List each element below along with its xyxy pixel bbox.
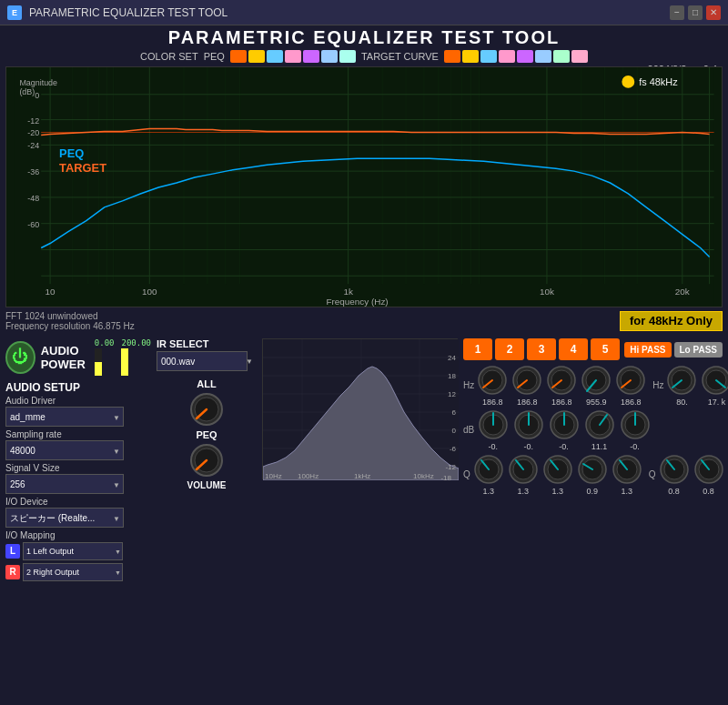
band-4-button[interactable]: 4 [559,338,588,360]
band-2-q-knob[interactable] [507,453,540,486]
band-5-hz-knob[interactable] [614,364,647,397]
band-3-db-col: -0. [547,408,581,451]
svg-text:1kHz: 1kHz [354,472,370,480]
band-2-button[interactable]: 2 [495,338,524,360]
band-1-q-knob[interactable] [472,453,505,486]
left-output-select[interactable]: 1 Left Output [23,542,123,560]
band-1-button[interactable]: 1 [463,338,492,360]
signal-v-select[interactable]: 256 [5,474,124,494]
band-2-hz-knob[interactable] [511,364,543,397]
db-row-label: dB [463,425,474,435]
hz-row-label-2: Hz [652,380,663,390]
svg-text:10Hz: 10Hz [265,472,282,480]
peq-color-label: PEQ [204,51,225,62]
target-swatch-3[interactable] [480,50,497,63]
target-swatch-4[interactable] [499,50,515,63]
band-1-q-col: 1.3 [472,453,505,496]
peq-swatch-5[interactable] [303,50,319,63]
band-5-db-value: -0. [630,442,640,451]
io-device-dropdown-wrapper: スピーカー (Realte... [5,508,124,530]
band-3-hz-knob[interactable] [545,364,578,397]
hipass-q-knob[interactable] [658,453,691,486]
power-button[interactable]: ⏻ [5,341,35,374]
app-icon: E [7,5,22,20]
minimize-button[interactable]: − [670,5,684,20]
band-4-db-knob[interactable] [583,408,616,441]
target-swatch-7[interactable] [553,50,570,63]
band-5-hz-col: 186.8 [614,364,647,407]
peg-knob[interactable] [188,442,225,478]
band-4-q-value: 0.9 [587,487,599,496]
hipass-hz-value: 80. [676,398,688,407]
peq-swatch-1[interactable] [230,50,247,63]
io-mapping-r: R 2 Right Output ▼ [5,562,151,581]
band-2-q-col: 1.3 [507,453,540,496]
band-1-db-knob[interactable] [477,408,510,441]
svg-text:-36: -36 [27,167,39,176]
band-4-hz-knob[interactable] [580,364,612,397]
signal-v-dropdown-wrapper: 256 [5,474,124,497]
hipass-hz-knob[interactable] [665,364,698,397]
peq-swatch-7[interactable] [339,50,356,63]
band-5-db-col: -0. [618,408,652,451]
left-panel: ⏻ AUDIO POWER 0.00 200.00 [5,338,151,583]
band-1-hz-col: 186.8 [476,364,509,407]
svg-text:fs 48kHz: fs 48kHz [639,76,678,87]
hi-pass-button[interactable]: Hi PASS [624,342,671,358]
maximize-button[interactable]: □ [688,5,703,20]
band-2-db-value: -0. [523,442,533,451]
eq-section: 1 2 3 4 5 Hi PASS Lo PASS Hz 186.8 [463,338,723,583]
band-3-db-knob[interactable] [548,408,581,441]
driver-select[interactable]: ad_mme [5,407,124,427]
ir-select[interactable]: 000.wav [157,351,248,371]
io-device-select[interactable]: スピーカー (Realte... [5,508,124,528]
svg-text:-6: -6 [450,445,457,453]
peq-swatch-2[interactable] [248,50,265,63]
title-bar-text: PARAMETRIC EQUALIZER TEST TOOL [29,6,670,19]
target-swatch-1[interactable] [444,50,460,63]
band-4-q-knob[interactable] [576,453,609,486]
target-swatch-5[interactable] [517,50,533,63]
ir-select-label: IR SELECT [157,338,257,349]
peq-swatch-3[interactable] [267,50,283,63]
svg-text:12: 12 [448,390,456,398]
lopass-q-col: 0.8 [693,453,725,496]
close-button[interactable]: ✕ [706,5,721,20]
svg-text:-12: -12 [445,463,456,471]
lo-pass-button[interactable]: Lo PASS [674,342,723,358]
band-3-db-value: -0. [559,442,569,451]
io-device-label: I/O Device [5,497,151,507]
band-3-button[interactable]: 3 [527,338,556,360]
svg-text:10k: 10k [540,287,554,297]
band-2-db-col: -0. [511,408,545,451]
peq-swatch-6[interactable] [321,50,338,63]
svg-rect-57 [95,362,102,376]
audio-setup-title: AUDIO SETUP [5,381,151,394]
band-1-hz-knob[interactable] [476,364,509,397]
lopass-q-knob[interactable] [693,453,725,486]
band-5-button[interactable]: 5 [591,338,620,360]
driver-label: Audio Driver [5,396,151,406]
io-mapping-label: I/O Mapping [5,530,151,540]
band-3-q-knob[interactable] [541,453,574,486]
svg-text:-20: -20 [27,128,39,137]
target-swatch-8[interactable] [571,50,588,63]
sample-rate-select[interactable]: 48000 [5,440,124,460]
band-5-db-knob[interactable] [619,408,652,441]
peq-swatch-4[interactable] [285,50,301,63]
lopass-hz-value: 17. k [708,398,726,407]
band-5-q-knob[interactable] [611,453,643,486]
right-output-select[interactable]: 2 Right Output [23,563,123,581]
ch-l-badge: L [5,544,20,559]
svg-rect-59 [121,348,128,376]
svg-rect-0 [14,67,713,307]
band-2-db-knob[interactable] [512,408,545,441]
target-swatch-2[interactable] [462,50,479,63]
target-swatch-6[interactable] [535,50,551,63]
lopass-hz-knob[interactable] [700,364,728,397]
meter-val-1: 0.00 [95,338,115,347]
all-knob[interactable] [188,391,225,428]
svg-text:20k: 20k [675,287,690,297]
hipass-q-value: 0.8 [668,487,680,496]
bottom-section: ⏻ AUDIO POWER 0.00 200.00 [0,335,728,587]
